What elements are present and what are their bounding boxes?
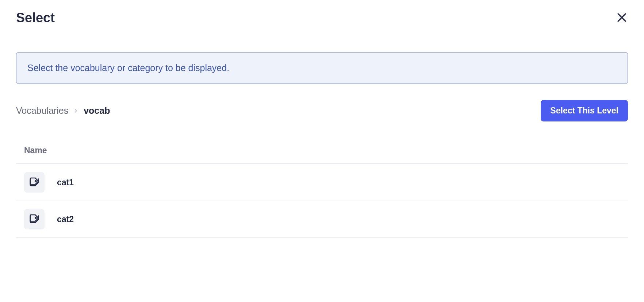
info-banner: Select the vocabulary or category to be …: [16, 52, 628, 84]
svg-point-3: [35, 217, 37, 219]
select-this-level-button[interactable]: Select This Level: [541, 100, 628, 121]
close-icon: [616, 11, 628, 25]
dialog-title: Select: [16, 10, 55, 26]
category-icon-box: [24, 172, 45, 193]
close-button[interactable]: [616, 11, 628, 25]
table-header-name: Name: [16, 138, 628, 164]
table-row[interactable]: cat1: [16, 164, 628, 201]
tag-icon: [29, 213, 40, 225]
breadcrumb-root[interactable]: Vocabularies: [16, 105, 68, 116]
dialog-header: Select: [0, 0, 644, 36]
category-icon-box: [24, 209, 45, 229]
tag-icon: [29, 176, 40, 189]
table: Name cat1: [16, 138, 628, 238]
breadcrumb-current: vocab: [84, 105, 110, 116]
row-name: cat2: [57, 214, 74, 224]
breadcrumb: Vocabularies vocab: [16, 105, 110, 116]
chevron-right-icon: [73, 108, 78, 113]
svg-point-2: [35, 181, 37, 182]
table-row[interactable]: cat2: [16, 201, 628, 238]
breadcrumb-row: Vocabularies vocab Select This Level: [16, 100, 628, 121]
info-message: Select the vocabulary or category to be …: [27, 63, 229, 73]
dialog-content: Select the vocabulary or category to be …: [0, 36, 644, 238]
row-name: cat1: [57, 178, 74, 187]
